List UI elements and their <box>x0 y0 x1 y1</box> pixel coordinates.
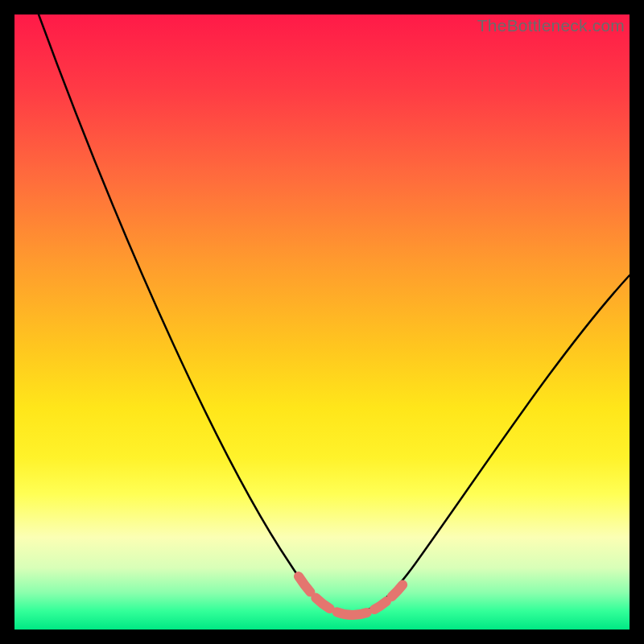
bottleneck-curve <box>39 14 630 613</box>
marker-band <box>299 576 409 615</box>
plot-area: TheBottleneck.com <box>14 14 630 630</box>
curve-layer <box>14 14 630 630</box>
chart-frame: TheBottleneck.com <box>0 0 644 644</box>
watermark-text: TheBottleneck.com <box>477 16 625 35</box>
